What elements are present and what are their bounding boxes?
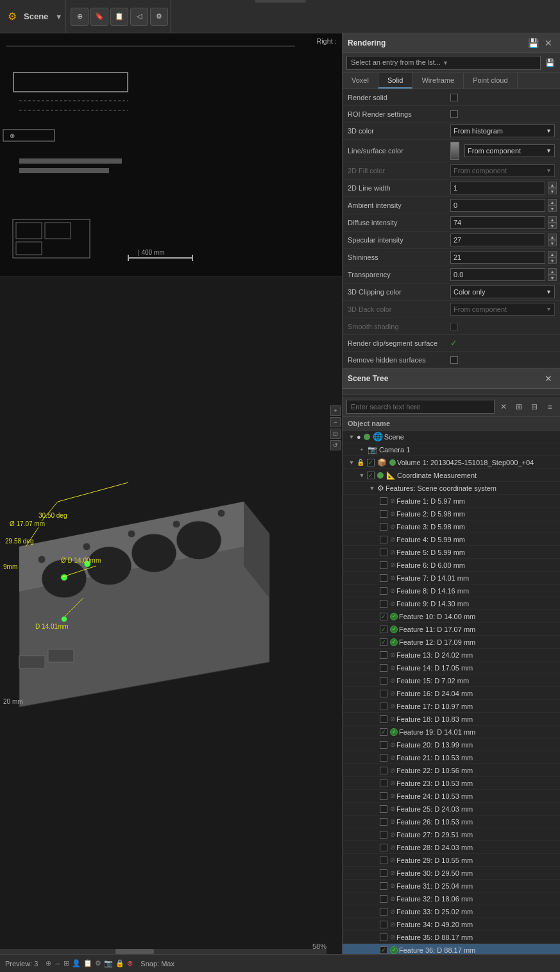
tree-content[interactable]: ▼ ● 🌐 Scene + 📷 Camera 1 ▼ 🔒 <box>343 431 560 954</box>
f32-checkbox[interactable] <box>380 895 387 903</box>
ambient-input[interactable] <box>450 199 545 212</box>
f17-checkbox[interactable] <box>380 703 387 710</box>
tree-item-f34[interactable]: ⊘ Feature 34: D 49.20 mm <box>343 918 560 931</box>
tree-item-volume1[interactable]: ▼ 🔒 📦 Volume 1: 20130425-151018_Step000_… <box>343 456 560 469</box>
f9-checkbox[interactable] <box>380 600 387 608</box>
tree-item-f24[interactable]: ⊘ Feature 24: D 10.53 mm <box>343 790 560 803</box>
f34-checkbox[interactable] <box>380 921 387 928</box>
nav-btn-1[interactable]: ⊕ <box>71 8 89 26</box>
f28-checkbox[interactable] <box>380 844 387 851</box>
rendering-close-btn[interactable]: ✕ <box>542 37 555 49</box>
tree-item-f19[interactable]: Feature 19: D 14.01 mm <box>343 726 560 738</box>
tree-item-f22[interactable]: ⊘ Feature 22: D 10.56 mm <box>343 764 560 777</box>
zoom-in-btn[interactable]: + <box>330 405 341 416</box>
tree-item-f29[interactable]: ⊘ Feature 29: D 10.55 mm <box>343 854 560 867</box>
f10-checkbox[interactable] <box>380 613 387 620</box>
f31-checkbox[interactable] <box>380 882 387 890</box>
tab-solid[interactable]: Solid <box>378 73 412 89</box>
tree-item-f10[interactable]: Feature 10: D 14.00 mm <box>343 610 560 623</box>
transparency-down[interactable]: ▼ <box>548 275 557 281</box>
tree-item-f12[interactable]: Feature 12: D 17.09 mm <box>343 636 560 649</box>
panel-drag-handle[interactable] <box>255 0 306 3</box>
status-btn-8[interactable]: 🔒 <box>115 959 124 968</box>
f4-checkbox[interactable] <box>380 536 387 543</box>
smooth-shading-checkbox[interactable] <box>450 323 458 330</box>
volume1-checkbox[interactable] <box>367 459 375 466</box>
tree-item-f14[interactable]: ⊘ Feature 14: D 17.05 mm <box>343 661 560 674</box>
f27-checkbox[interactable] <box>380 831 387 839</box>
f33-checkbox[interactable] <box>380 908 387 916</box>
tree-item-f33[interactable]: ⊘ Feature 33: D 25.02 mm <box>343 905 560 918</box>
nav-btn-3[interactable]: 📋 <box>110 8 128 26</box>
f21-checkbox[interactable] <box>380 754 387 762</box>
tree-item-coord-meas[interactable]: ▼ 📐 Coordinate Measurement <box>343 469 560 482</box>
render-solid-checkbox[interactable] <box>450 94 458 101</box>
tree-item-f30[interactable]: ⊘ Feature 30: D 29.50 mm <box>343 867 560 880</box>
f7-checkbox[interactable] <box>380 574 387 582</box>
f13-checkbox[interactable] <box>380 651 387 659</box>
h-scrollbar-thumb[interactable] <box>115 949 154 954</box>
transparency-up[interactable]: ▲ <box>548 268 557 275</box>
3d-back-color-dropdown[interactable]: From component ▼ <box>450 303 555 316</box>
rendering-save-btn[interactable]: 💾 <box>527 37 539 49</box>
nav-btn-4[interactable]: ◁ <box>130 8 148 26</box>
tree-item-f32[interactable]: ⊘ Feature 32: D 18.06 mm <box>343 892 560 905</box>
tree-item-f23[interactable]: ⊘ Feature 23: D 10.53 mm <box>343 777 560 790</box>
tree-expand-all-btn[interactable]: ⊞ <box>513 400 525 413</box>
zoom-out-btn[interactable]: − <box>330 417 341 427</box>
tree-options-btn[interactable]: ≡ <box>543 400 556 413</box>
tree-item-f2[interactable]: ⊘ Feature 2: D 5.98 mm <box>343 507 560 520</box>
tree-item-f18[interactable]: ⊘ Feature 18: D 10.83 mm <box>343 713 560 726</box>
tree-item-f36[interactable]: Feature 36: D 88.17 mm <box>343 944 560 954</box>
tree-item-f7[interactable]: ⊘ Feature 7: D 14.01 mm <box>343 572 560 584</box>
f5-checkbox[interactable] <box>380 549 387 556</box>
tree-item-f3[interactable]: ⊘ Feature 3: D 5.98 mm <box>343 520 560 533</box>
f18-checkbox[interactable] <box>380 715 387 723</box>
f6-checkbox[interactable] <box>380 561 387 569</box>
diffuse-up[interactable]: ▲ <box>548 216 557 223</box>
diffuse-down[interactable]: ▼ <box>548 223 557 229</box>
tree-item-f13[interactable]: ⊘ Feature 13: D 24.02 mm <box>343 649 560 661</box>
coord-meas-checkbox[interactable] <box>367 472 375 479</box>
tab-voxel[interactable]: Voxel <box>343 73 378 89</box>
status-btn-4[interactable]: 👤 <box>72 959 81 968</box>
entry-save-icon[interactable]: 💾 <box>543 56 556 69</box>
line-color-swatch[interactable] <box>450 142 459 160</box>
coord-meas-expand[interactable]: ▼ <box>358 472 366 479</box>
tab-wireframe[interactable]: Wireframe <box>412 73 464 89</box>
f22-checkbox[interactable] <box>380 767 387 774</box>
roi-render-checkbox[interactable] <box>450 110 458 118</box>
tree-item-f26[interactable]: ⊘ Feature 26: D 10.53 mm <box>343 815 560 828</box>
f26-checkbox[interactable] <box>380 818 387 826</box>
f11-checkbox[interactable] <box>380 626 387 633</box>
rotate-btn[interactable]: ↺ <box>330 440 341 450</box>
features-scene-expand[interactable]: ▼ <box>368 484 376 492</box>
specular-input[interactable] <box>450 234 545 246</box>
shininess-up[interactable]: ▲ <box>548 251 557 257</box>
tree-item-f35[interactable]: ⊘ Feature 35: D 88.17 mm <box>343 931 560 944</box>
tree-item-f8[interactable]: ⊘ Feature 8: D 14.16 mm <box>343 584 560 597</box>
tree-item-f20[interactable]: ⊘ Feature 20: D 13.99 mm <box>343 738 560 751</box>
tree-item-f25[interactable]: ⊘ Feature 25: D 24.03 mm <box>343 803 560 815</box>
3d-clip-color-dropdown[interactable]: Color only ▼ <box>450 286 555 298</box>
nav-btn-2[interactable]: 🔖 <box>90 8 108 26</box>
tree-item-f17[interactable]: ⊘ Feature 17: D 10.97 mm <box>343 700 560 713</box>
f3-checkbox[interactable] <box>380 523 387 531</box>
tree-collapse-all-btn[interactable]: ⊟ <box>528 400 541 413</box>
tree-item-f1[interactable]: ⊘ Feature 1: D 5.97 mm <box>343 495 560 507</box>
2d-line-width-down[interactable]: ▼ <box>548 188 557 194</box>
status-btn-5[interactable]: 📋 <box>83 959 92 968</box>
line-color-dropdown[interactable]: From component ▼ <box>464 144 555 157</box>
scene-dropdown[interactable]: ▼ <box>55 13 62 21</box>
f15-checkbox[interactable] <box>380 677 387 685</box>
f30-checkbox[interactable] <box>380 869 387 877</box>
tree-item-f6[interactable]: ⊘ Feature 6: D 6.00 mm <box>343 559 560 572</box>
f16-checkbox[interactable] <box>380 690 387 697</box>
volume1-expand[interactable]: ▼ <box>348 459 355 466</box>
f19-checkbox[interactable] <box>380 728 387 736</box>
tree-item-f28[interactable]: ⊘ Feature 28: D 24.03 mm <box>343 841 560 854</box>
diffuse-input[interactable] <box>450 216 545 229</box>
ambient-up[interactable]: ▲ <box>548 199 557 205</box>
tree-item-f16[interactable]: ⊘ Feature 16: D 24.04 mm <box>343 687 560 700</box>
f14-checkbox[interactable] <box>380 664 387 672</box>
